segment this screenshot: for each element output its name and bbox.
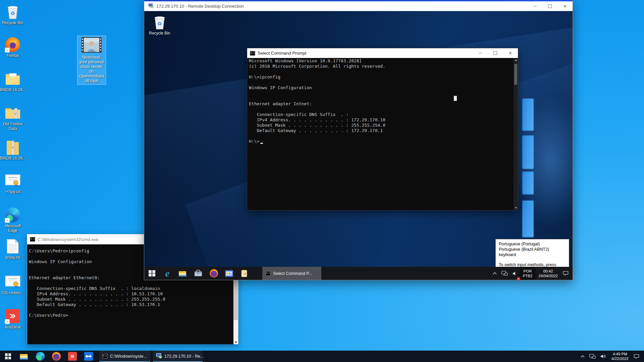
taskbar-button-rdp[interactable]: 172.29.170.10 - Re...: [153, 351, 203, 362]
cmd-close-button[interactable]: ×: [503, 48, 518, 58]
desktop-icon-bind9-zip[interactable]: BIND9.16.26...: [0, 139, 25, 161]
scroll-thumb[interactable]: [514, 64, 517, 85]
tray-time: 00:42: [543, 269, 553, 274]
rdp-maximize-button[interactable]: [542, 1, 557, 11]
icon-label: proxy.txt: [5, 255, 20, 260]
desktop-icon-ispy-cert[interactable]: I+Spy.crt: [0, 173, 25, 194]
rdp-cmd-window: C:\ Select Command Prompt × Microsoft Wi…: [247, 48, 518, 210]
rdp-close-button[interactable]: ×: [557, 1, 573, 11]
cmd-icon: C:\: [250, 51, 255, 56]
rdp-system-tray: × POR PTB2 00:42 24/04/2022: [490, 267, 573, 280]
video-thumbnail-icon: [82, 37, 102, 54]
rdp-start-button[interactable]: [144, 267, 160, 280]
mute-badge-icon: ×: [517, 277, 520, 281]
desktop-icon-video-file[interactable]: Nextcloud, your personal cloud server, o…: [77, 36, 106, 85]
tray-date: 24/04/2022: [538, 274, 558, 278]
rdp-cmd-scrollbar[interactable]: [514, 58, 518, 210]
teamviewer-icon: [84, 352, 93, 361]
tray-network-icon[interactable]: [587, 351, 598, 362]
rdp-desktop-icon-recycle-bin[interactable]: ♻ Recycle Bin: [147, 14, 172, 36]
rdp-cmd-output: Microsoft Windows [Version 10.0.17763.20…: [247, 58, 518, 144]
task-button-label: Select Command P...: [273, 271, 312, 276]
firefox-icon: [210, 269, 218, 278]
rdp-taskbar-file-explorer[interactable]: [175, 267, 191, 280]
rdp-taskbar-firefox[interactable]: [206, 267, 221, 280]
rdp-taskbar-ie[interactable]: e: [160, 267, 175, 280]
text-file-icon: [5, 239, 20, 254]
cmd-icon: C:\: [265, 271, 271, 276]
file-explorer-icon: [179, 270, 187, 277]
desktop-icon-proxy-txt[interactable]: proxy.txt: [0, 239, 25, 260]
rdp-cmd-console[interactable]: Microsoft Windows [Version 10.0.17763.20…: [247, 58, 518, 210]
rdp-cmd-title: Select Command Prompt: [258, 51, 306, 56]
screen: ♻ Recycle Bin Firefox ⚙ BIND9.16.26... O…: [0, 0, 644, 362]
scroll-up-icon[interactable]: [515, 59, 517, 61]
scroll-down-icon[interactable]: [515, 207, 517, 209]
icon-label: BIND9.16.26...: [0, 87, 26, 92]
rdp-cmd-titlebar[interactable]: C:\ Select Command Prompt ×: [247, 48, 518, 58]
rdp-titlebar[interactable]: 172.29.170.10 - Remote Desktop Connectio…: [144, 1, 573, 11]
windows-logo-icon: [5, 353, 11, 359]
rdp-minimize-button[interactable]: [527, 1, 542, 11]
tray-volume-icon[interactable]: [598, 351, 609, 362]
language-code: POR: [524, 269, 532, 274]
tray-time: 4:49 PM: [613, 352, 627, 356]
tray-chevron-up-icon[interactable]: [578, 351, 587, 362]
anydesk-icon: [68, 352, 77, 361]
taskbar-edge[interactable]: [32, 351, 48, 362]
taskbar-clock[interactable]: 4:49 PM 4/22/2022: [609, 351, 631, 362]
desktop-icon-ssl-cert[interactable]: SSL+Interc...: [0, 274, 25, 295]
rdp-taskbar: e ✎ C:\ Select Command P...: [144, 267, 573, 280]
taskbar-button-local-cmd[interactable]: C:\ C:\Windows\syste...: [99, 351, 150, 362]
wallpaper-pane: [522, 172, 534, 194]
desktop-icon-edge[interactable]: Microsoft Edge: [0, 207, 25, 233]
rdp-taskbar-notes[interactable]: ✎: [237, 267, 252, 280]
desktop-icon-bind9-folder[interactable]: ⚙ BIND9.16.26...: [0, 71, 25, 92]
desktop-icon-old-firefox-data[interactable]: Old Firefox Data: [0, 105, 25, 131]
desktop-icon-anydesk[interactable]: AnyDesk: [0, 308, 25, 329]
action-center-icon[interactable]: [631, 351, 644, 362]
cmd-minimize-button[interactable]: [473, 48, 488, 58]
shortcut-arrow-icon: [5, 218, 10, 223]
rdp-tray-volume-muted-icon[interactable]: ×: [510, 267, 520, 280]
tooltip-line: To switch input methods, press: [499, 262, 566, 267]
rdp-taskbar-server-manager[interactable]: [191, 267, 206, 280]
tray-date: 4/22/2022: [611, 356, 629, 361]
firefox-icon: [52, 352, 61, 361]
icon-label: Nextcloud, your personal cloud server, o…: [79, 55, 104, 83]
local-cmd-title: C:\Windows\system32\cmd.exe: [38, 237, 98, 242]
shortcut-arrow-icon: [5, 48, 10, 53]
rdp-desktop[interactable]: ♻ Recycle Bin C:\ Select Command Prompt …: [144, 11, 573, 267]
taskbar-firefox[interactable]: [48, 351, 64, 362]
folder-documents-icon: ⚙: [5, 71, 20, 86]
svg-text:♻: ♻: [10, 10, 15, 16]
taskbar-file-explorer[interactable]: [16, 351, 32, 362]
rdp-clock[interactable]: 00:42 24/04/2022: [536, 267, 560, 280]
rdp-action-center-icon[interactable]: [560, 267, 573, 280]
zip-folder-icon: [5, 139, 20, 155]
desktop-icon-firefox[interactable]: Firefox: [0, 37, 25, 58]
rdp-taskbar-button-cmd[interactable]: C:\ Select Command P...: [262, 267, 321, 280]
edge-icon: [5, 207, 20, 223]
system-tray: 4:49 PM 4/22/2022: [578, 351, 644, 362]
rdp-taskbar-computer-management[interactable]: [221, 267, 237, 280]
taskbar-teamviewer[interactable]: [80, 351, 97, 362]
selection-block: [454, 96, 457, 101]
rdp-icon: [156, 353, 162, 360]
internet-explorer-icon: e: [165, 269, 169, 278]
start-button[interactable]: [0, 351, 16, 362]
certificate-icon: [5, 173, 20, 188]
rdp-tray-chevron-up-icon[interactable]: [490, 267, 499, 280]
taskbar-anydesk[interactable]: [64, 351, 80, 362]
rdp-language-indicator[interactable]: POR PTB2: [520, 267, 536, 280]
task-button-label: 172.29.170.10 - Re...: [164, 354, 204, 359]
scroll-down-icon[interactable]: [234, 342, 237, 343]
text-cursor: [260, 143, 263, 144]
cmd-maximize-button[interactable]: [488, 48, 503, 58]
cmd-icon: C:\: [102, 354, 108, 359]
icon-label: Recycle Bin: [2, 20, 23, 25]
rdp-tray-network-icon[interactable]: [499, 267, 510, 280]
local-taskbar: C:\ C:\Windows\syste... 172.29.170.10 - …: [0, 351, 644, 362]
desktop-icon-recycle-bin[interactable]: ♻ Recycle Bin: [0, 4, 25, 25]
wallpaper-pane: [522, 200, 534, 237]
